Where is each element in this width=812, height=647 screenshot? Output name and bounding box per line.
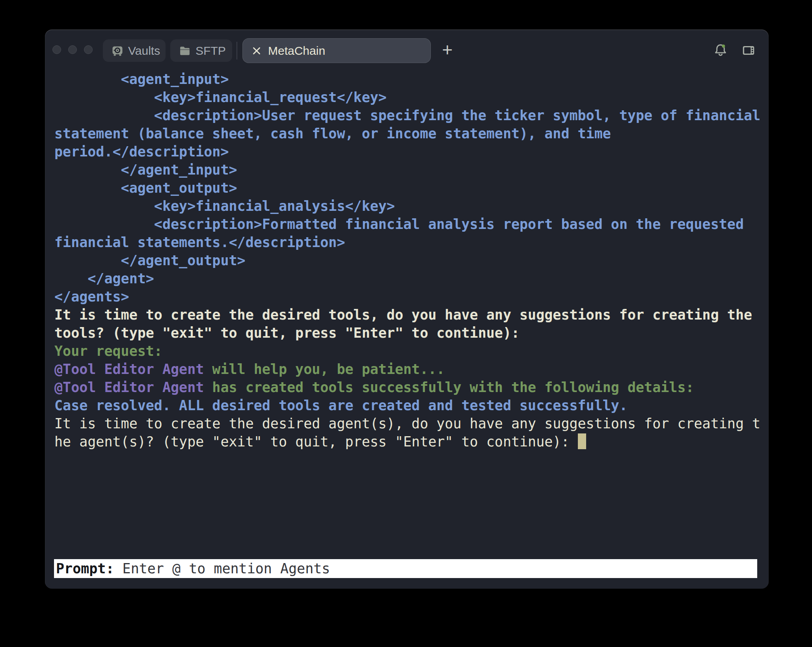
terminal-line: @Tool Editor Agent has created tools suc… (54, 378, 764, 396)
tab-bar: Vaults SFTP MetaChain + (45, 30, 769, 65)
sidebar-panel-icon (741, 43, 756, 58)
terminal-window: Vaults SFTP MetaChain + (45, 30, 769, 589)
prompt-bar[interactable]: Prompt: Enter @ to mention Agents (54, 559, 757, 578)
bell-icon (713, 42, 728, 58)
traffic-light-minimize[interactable] (68, 45, 77, 54)
terminal-line: </agents> (54, 288, 764, 306)
tab-label: MetaChain (268, 44, 325, 58)
terminal-line: period.</description> (54, 143, 764, 161)
terminal-output[interactable]: <agent_input> <key>financial_request</ke… (54, 70, 764, 451)
tab-metachain[interactable]: MetaChain (242, 38, 431, 63)
notifications-button[interactable] (712, 41, 729, 59)
terminal-line: It is time to create the desired tools, … (54, 306, 764, 324)
terminal-line: </agent_input> (54, 161, 764, 179)
tab-label: SFTP (196, 44, 226, 58)
terminal-line: Your request: (54, 342, 764, 360)
terminal-line: statement (balance sheet, cash flow, or … (54, 125, 764, 143)
traffic-light-close[interactable] (52, 45, 61, 54)
terminal-line: tools? (type "exit" to quit, press "Ente… (54, 324, 764, 342)
new-tab-button[interactable]: + (439, 41, 456, 60)
terminal-cursor (578, 433, 586, 449)
prompt-label: Prompt: (56, 561, 123, 576)
terminal-line: <agent_input> (54, 70, 764, 88)
prompt-hint-text: Enter @ to mention Agents (123, 561, 330, 576)
toggle-sidebar-button[interactable] (740, 42, 757, 59)
traffic-light-maximize[interactable] (84, 45, 93, 54)
terminal-line: <key>financial_request</key> (54, 88, 764, 106)
terminal-line: </agent_output> (54, 251, 764, 270)
terminal-line: <description>User request specifying the… (54, 106, 764, 125)
vault-icon (112, 45, 123, 57)
tab-divider (237, 42, 237, 59)
terminal-line: he agent(s)? (type "exit" to quit, press… (54, 433, 764, 451)
tab-label: Vaults (128, 44, 160, 58)
terminal-line: Case resolved. ALL desired tools are cre… (54, 396, 764, 415)
terminal-line: @Tool Editor Agent will help you, be pat… (54, 360, 764, 378)
terminal-line: <agent_output> (54, 179, 764, 197)
terminal-line: </agent> (54, 270, 764, 288)
terminal-line: It is time to create the desired agent(s… (54, 415, 764, 433)
close-icon[interactable] (251, 46, 262, 56)
notification-dot (722, 45, 725, 48)
tab-sftp[interactable]: SFTP (170, 39, 232, 62)
terminal-line: <description>Formatted financial analysi… (54, 215, 764, 233)
terminal-line: financial statements.</description> (54, 233, 764, 251)
tab-vaults[interactable]: Vaults (103, 39, 166, 62)
terminal-line: <key>financial_analysis</key> (54, 197, 764, 215)
folder-icon (179, 45, 191, 57)
